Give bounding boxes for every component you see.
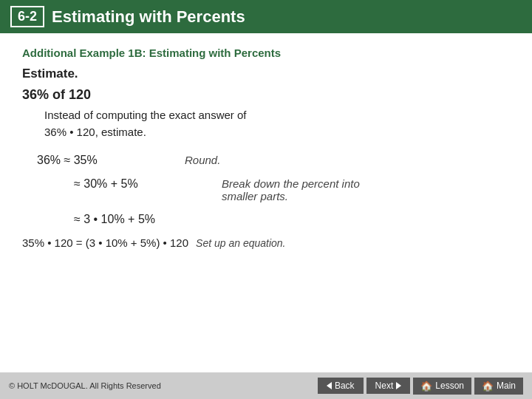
main-button[interactable]: 🏠 Main: [474, 378, 523, 395]
header-bar: 6-2 Estimating with Percents: [0, 0, 532, 33]
lesson-button[interactable]: 🏠 Lesson: [413, 378, 471, 395]
lesson-home-icon: 🏠: [420, 381, 432, 392]
step-math-2: ≈ 30% + 5%: [74, 177, 222, 191]
back-button[interactable]: Back: [318, 378, 364, 394]
copyright-text: © HOLT McDOUGAL. All Rights Reserved: [9, 381, 161, 390]
next-button[interactable]: Next: [366, 378, 411, 394]
step-note-2: Break down the percent intosmaller parts…: [222, 177, 360, 202]
step-row-2: ≈ 30% + 5% Break down the percent intosm…: [74, 177, 510, 202]
next-arrow-icon: [396, 382, 401, 389]
step-math-3: ≈ 3 • 10% + 5%: [74, 213, 222, 226]
steps-area: 36% ≈ 35% Round. ≈ 30% + 5% Break down t…: [37, 154, 510, 226]
section-label: Estimate.: [22, 66, 510, 81]
footer-buttons: Back Next 🏠 Lesson 🏠 Main: [318, 378, 523, 395]
subtitle: Additional Example 1B: Estimating with P…: [22, 47, 510, 59]
description: Instead of computing the exact answer of…: [44, 107, 510, 140]
back-arrow-icon: [327, 382, 332, 389]
step-row-3: ≈ 3 • 10% + 5%: [74, 213, 510, 226]
header-badge: 6-2: [10, 6, 44, 27]
desc-line1: Instead of computing the exact answer of: [44, 109, 247, 121]
desc-line2: 36% • 120, estimate.: [44, 126, 146, 138]
next-label: Next: [375, 381, 394, 391]
step-note-1: Round.: [185, 154, 220, 166]
bottom-equation-note: Set up an equation.: [196, 236, 285, 251]
content-area: Additional Example 1B: Estimating with P…: [0, 33, 532, 259]
back-label: Back: [335, 381, 355, 391]
header-title: Estimating with Percents: [52, 7, 245, 27]
problem-title: 36% of 120: [22, 87, 510, 103]
bottom-equation-row: 35% • 120 = (3 • 10% + 5%) • 120 Set up …: [22, 236, 510, 251]
step-row-1: 36% ≈ 35% Round.: [37, 154, 510, 167]
main-label: Main: [497, 381, 516, 391]
step-math-1: 36% ≈ 35%: [37, 154, 185, 167]
bottom-equation-text: 35% • 120 = (3 • 10% + 5%) • 120: [22, 236, 188, 249]
lesson-label: Lesson: [435, 381, 464, 391]
main-home-icon: 🏠: [482, 381, 494, 392]
footer: © HOLT McDOUGAL. All Rights Reserved Bac…: [0, 372, 532, 399]
